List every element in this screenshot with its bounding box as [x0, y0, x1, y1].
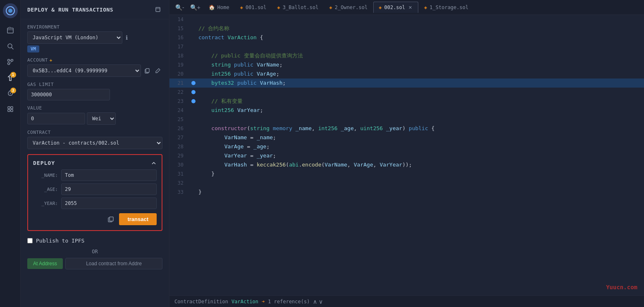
code-line-29: 29 VarYear = _year;: [169, 151, 644, 160]
sidebar-item-debug[interactable]: 3: [4, 87, 17, 100]
svg-rect-10: [8, 107, 10, 109]
address-row: At Address Load contract from Addre: [27, 258, 162, 269]
age-label: _AGE:: [33, 187, 58, 192]
value-label: VALUE: [27, 105, 162, 111]
code-line-21: 21 bytes32 public VarHash;: [169, 79, 644, 88]
sidebar-item-files[interactable]: [4, 24, 17, 37]
app-logo: [3, 3, 18, 18]
tab-002-label: 002.sol: [384, 5, 405, 10]
chevron-buttons: ∧ ∨: [313, 298, 323, 305]
publish-ipfs-checkbox[interactable]: [27, 238, 33, 243]
year-field-row: _YEAR: 2055: [31, 198, 158, 209]
value-group: VALUE 0 Wei Gwei Ether: [27, 105, 162, 125]
year-label: _YEAR:: [33, 201, 58, 206]
code-line-18: 18 // public 变量会自动提供查询方法: [169, 51, 644, 60]
account-label: ACCOUNT +: [27, 57, 162, 63]
unit-select[interactable]: Wei Gwei Ether: [87, 112, 116, 125]
environment-info-button[interactable]: ℹ: [124, 34, 129, 41]
load-contract-button[interactable]: Load contract from Addre: [65, 258, 162, 269]
deploy-panel-header: DEPLOY & RUN TRANSACTIONS: [21, 0, 169, 19]
tab-3ballot[interactable]: ◈ 3_Ballot.sol: [272, 2, 324, 13]
name-label: _NAME:: [33, 173, 58, 178]
gas-limit-input[interactable]: 3000000: [27, 89, 110, 100]
code-line-17: 17: [169, 42, 644, 51]
account-group: ACCOUNT + 0x5B3...eddC4 (99.9999999: [27, 57, 162, 77]
sidebar-item-deploy[interactable]: 1: [4, 71, 17, 84]
account-select[interactable]: 0x5B3...eddC4 (99.9999999: [27, 64, 141, 77]
zoom-out-button[interactable]: 🔍-: [173, 2, 187, 12]
contract-name-status: VarAction: [231, 299, 258, 305]
editor-area: 🔍- 🔍+ 🏠 Home ◈ 001.sol ◈ 3_Ballot.sol ◈ …: [169, 0, 644, 307]
copy-deploy-button[interactable]: [106, 214, 116, 224]
sidebar-item-git[interactable]: [4, 55, 17, 69]
at-address-button[interactable]: At Address: [27, 258, 63, 269]
code-line-22: 22: [169, 88, 644, 97]
value-input[interactable]: 0: [27, 113, 85, 124]
panel-content: ENVIRONMENT JavaScript VM (London) ℹ VM …: [21, 19, 169, 274]
sidebar-item-search[interactable]: [4, 40, 17, 53]
svg-rect-11: [11, 107, 13, 109]
contract-label: CONTRACT: [27, 130, 162, 135]
code-line-32: 32: [169, 178, 644, 188]
code-line-20: 20 int256 public VarAge;: [169, 69, 644, 79]
copy-account-button[interactable]: [143, 66, 152, 75]
age-field-row: _AGE: 29: [31, 183, 158, 195]
environment-row: JavaScript VM (London) ℹ: [27, 31, 162, 44]
contract-select[interactable]: VarAction - contracts/002.sol: [27, 137, 162, 149]
svg-rect-12: [8, 109, 10, 112]
sidebar-item-plugin[interactable]: [4, 102, 17, 116]
code-line-25: 25: [169, 115, 644, 124]
svg-rect-2: [7, 28, 13, 33]
tab-002sol[interactable]: ◈ 002.sol ✕: [373, 2, 418, 13]
panel-collapse-button[interactable]: [153, 5, 162, 14]
environment-select[interactable]: JavaScript VM (London): [27, 31, 122, 44]
collapse-icon: [151, 160, 157, 166]
gas-limit-label: GAS LIMIT: [27, 82, 162, 87]
svg-rect-3: [9, 27, 11, 29]
year-input[interactable]: 2055: [61, 198, 157, 209]
tab-home[interactable]: 🏠 Home: [204, 2, 234, 13]
tab-001sol[interactable]: ◈ 001.sol: [235, 2, 272, 13]
svg-rect-19: [110, 217, 113, 221]
tab-2owner[interactable]: ◈ 2_Owner.sol: [324, 2, 373, 13]
chevron-up-button[interactable]: ∧: [313, 298, 317, 305]
tab-bar: 🔍- 🔍+ 🏠 Home ◈ 001.sol ◈ 3_Ballot.sol ◈ …: [169, 0, 644, 15]
transact-button[interactable]: transact: [119, 213, 157, 225]
gas-limit-group: GAS LIMIT 3000000: [27, 82, 162, 100]
tab-002-close[interactable]: ✕: [408, 5, 413, 10]
code-line-27: 27 VarName = _name;: [169, 133, 644, 142]
code-line-14: 14: [169, 15, 644, 24]
contract-def-label: ContractDefinition: [174, 299, 228, 305]
reference-count: 1 reference(s): [268, 299, 310, 305]
name-input[interactable]: Tom: [61, 169, 157, 181]
home-tab-icon: 🏠: [209, 5, 215, 10]
contract-group: CONTRACT VarAction - contracts/002.sol: [27, 130, 162, 149]
age-input[interactable]: 29: [61, 183, 157, 195]
code-line-24: 24 uint256 VarYear;: [169, 106, 644, 115]
environment-label: ENVIRONMENT: [27, 24, 162, 30]
svg-rect-14: [156, 7, 160, 12]
account-row: 0x5B3...eddC4 (99.9999999: [27, 64, 162, 77]
edit-account-button[interactable]: [153, 66, 162, 75]
deploy-badge: 1: [10, 72, 16, 78]
or-divider: OR: [27, 247, 162, 256]
tab-2owner-icon: ◈: [329, 5, 332, 10]
tab-3ballot-label: 3_Ballot.sol: [283, 5, 319, 10]
tab-1storage[interactable]: ◈ 1_Storage.sol: [419, 2, 473, 13]
code-editor[interactable]: 14 15 // 合约名称 16 contract VarAction { 17: [169, 15, 644, 295]
home-tab-label: Home: [217, 5, 229, 10]
publish-ipfs-row: Publish to IPFS: [27, 234, 162, 247]
deploy-section-header[interactable]: DEPLOY: [31, 158, 158, 169]
tab-002-icon: ◈: [379, 5, 382, 10]
code-line-33: 33 }: [169, 188, 644, 197]
chevron-down-button[interactable]: ∨: [319, 298, 323, 305]
code-lines: 14 15 // 合约名称 16 contract VarAction { 17: [169, 15, 644, 197]
tab-1storage-icon: ◈: [424, 5, 427, 10]
watermark: Yuucn.com: [606, 284, 637, 290]
svg-rect-17: [146, 69, 149, 72]
publish-ipfs-label: Publish to IPFS: [36, 238, 84, 244]
code-line-19: 19 string public VarName;: [169, 60, 644, 69]
code-line-28: 28 VarAge = _age;: [169, 142, 644, 151]
value-row: 0 Wei Gwei Ether: [27, 112, 162, 125]
zoom-in-button[interactable]: 🔍+: [188, 2, 203, 12]
